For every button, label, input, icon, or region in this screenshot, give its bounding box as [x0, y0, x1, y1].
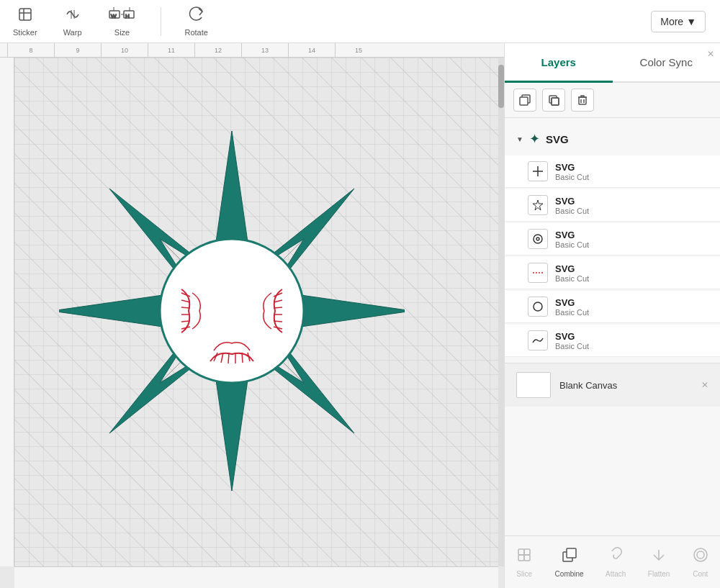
layer-item-info-3: SVG Basic Cut: [555, 263, 589, 283]
rotate-tool[interactable]: Rotate: [179, 3, 214, 40]
svg-rect-0: [19, 9, 31, 20]
slice-button[interactable]: Slice: [510, 543, 539, 581]
layer-item-5[interactable]: SVG Basic Cut: [505, 325, 720, 357]
layer-icon-0: [528, 161, 548, 181]
ruler-mark-10: 10: [101, 43, 148, 58]
layer-icon-4: [528, 297, 548, 317]
contour-button[interactable]: Cont: [686, 543, 715, 581]
layer-sub-5: Basic Cut: [555, 342, 589, 350]
ruler-mark-8: 8: [7, 43, 54, 58]
combine-button[interactable]: Combine: [549, 543, 590, 581]
flatten-label: Flatten: [648, 570, 670, 578]
flatten-button[interactable]: Flatten: [642, 543, 676, 581]
add-layer-button[interactable]: [513, 89, 536, 112]
tab-layers-label: Layers: [541, 56, 576, 68]
panel-toolbar: [505, 83, 720, 118]
tab-color-sync[interactable]: Color Sync ✕: [613, 43, 721, 81]
combine-label: Combine: [555, 570, 584, 578]
layer-name-3: SVG: [555, 263, 589, 274]
tab-color-sync-close[interactable]: ✕: [707, 49, 714, 59]
ruler-mark-11: 11: [148, 43, 194, 58]
tab-layers[interactable]: Layers: [505, 43, 613, 81]
size-tool[interactable]: W H Size: [102, 3, 143, 40]
layer-item-1[interactable]: SVG Basic Cut: [505, 189, 720, 222]
svg-point-55: [534, 302, 542, 311]
more-button[interactable]: More ▼: [651, 11, 706, 32]
svg-rect-44: [552, 98, 559, 105]
svg-line-28: [181, 321, 190, 322]
svg-text:H: H: [125, 13, 130, 19]
svg-rect-46: [579, 97, 586, 104]
svg-rect-56: [518, 549, 524, 555]
svg-point-23: [160, 239, 304, 383]
layer-item-0[interactable]: SVG Basic Cut: [505, 155, 720, 188]
size-label: Size: [114, 28, 130, 37]
svg-line-38: [228, 353, 229, 363]
duplicate-layer-button[interactable]: [542, 89, 565, 112]
svg-point-52: [534, 235, 542, 243]
layer-item-info-2: SVG Basic Cut: [555, 230, 589, 249]
svg-rect-57: [524, 549, 530, 555]
ruler-mark-14: 14: [288, 43, 335, 58]
layer-sub-4: Basic Cut: [555, 308, 589, 317]
warp-tool[interactable]: Warp: [58, 3, 88, 40]
rotate-icon: [188, 6, 205, 27]
grid-canvas: [14, 58, 498, 566]
layer-name-0: SVG: [555, 162, 589, 173]
ruler-mark-9: 9: [54, 43, 101, 58]
ruler-horizontal: 8 9 10 11 12 13 14 15: [0, 43, 504, 58]
layer-sub-1: Basic Cut: [555, 207, 589, 215]
blank-canvas-close[interactable]: ✕: [701, 380, 708, 390]
blank-canvas-label: Blank Canvas: [559, 380, 617, 391]
group-star-icon: ✦: [529, 131, 540, 147]
main-layout: 8 9 10 11 12 13 14 15: [0, 43, 720, 588]
tab-color-sync-label: Color Sync: [640, 56, 693, 68]
layer-sub-0: Basic Cut: [555, 173, 589, 181]
layer-name-4: SVG: [555, 297, 589, 308]
rotate-label: Rotate: [185, 28, 208, 37]
panel-actions: Slice Combine Attach: [505, 535, 720, 588]
sticker-icon: [17, 6, 34, 27]
more-chevron: ▼: [686, 16, 696, 27]
layer-group-header[interactable]: ▼ ✦ SVG: [513, 127, 711, 151]
scrollbar-vertical[interactable]: [498, 58, 504, 566]
attach-button[interactable]: Attach: [600, 543, 631, 581]
layer-item-info-4: SVG Basic Cut: [555, 297, 589, 317]
contour-icon: [692, 546, 709, 567]
svg-rect-61: [567, 548, 576, 558]
layer-name-2: SVG: [555, 230, 589, 240]
right-panel: Layers Color Sync ✕: [504, 43, 720, 588]
toolbar: Sticker Warp W H Size: [0, 0, 720, 43]
layer-group-svg: ▼ ✦ SVG: [505, 124, 720, 154]
layer-sub-3: Basic Cut: [555, 274, 589, 283]
slice-label: Slice: [516, 570, 532, 578]
delete-layer-button[interactable]: [571, 89, 594, 112]
warp-label: Warp: [63, 28, 82, 37]
svg-point-53: [536, 238, 539, 240]
svg-rect-59: [524, 555, 530, 561]
scroll-thumb-v[interactable]: [498, 65, 504, 108]
artwork-container[interactable]: [59, 124, 405, 501]
panel-tabs: Layers Color Sync ✕: [505, 43, 720, 83]
layer-icon-1: [528, 195, 548, 215]
layer-item-3[interactable]: SVG Basic Cut: [505, 257, 720, 289]
warp-icon: [64, 6, 81, 27]
blank-canvas-thumb: [516, 372, 551, 398]
canvas-area[interactable]: 8 9 10 11 12 13 14 15: [0, 43, 504, 588]
layer-item-2[interactable]: SVG Basic Cut: [505, 223, 720, 255]
combine-icon: [561, 546, 578, 567]
svg-line-40: [242, 353, 243, 363]
layer-item-4[interactable]: SVG Basic Cut: [505, 291, 720, 323]
scrollbar-horizontal[interactable]: [14, 566, 498, 588]
svg-line-32: [274, 307, 282, 308]
group-chevron-icon: ▼: [516, 135, 523, 143]
more-label: More: [660, 16, 683, 27]
sticker-tool[interactable]: Sticker: [7, 3, 43, 40]
layer-name-1: SVG: [555, 196, 589, 207]
attach-label: Attach: [606, 570, 626, 578]
ruler-vertical: [0, 58, 14, 566]
layer-list: ▼ ✦ SVG SVG Basic Cut: [505, 118, 720, 535]
blank-canvas-item[interactable]: Blank Canvas ✕: [505, 363, 720, 407]
layer-icon-5: [528, 330, 548, 350]
ruler-marks: 8 9 10 11 12 13 14 15: [7, 43, 382, 58]
